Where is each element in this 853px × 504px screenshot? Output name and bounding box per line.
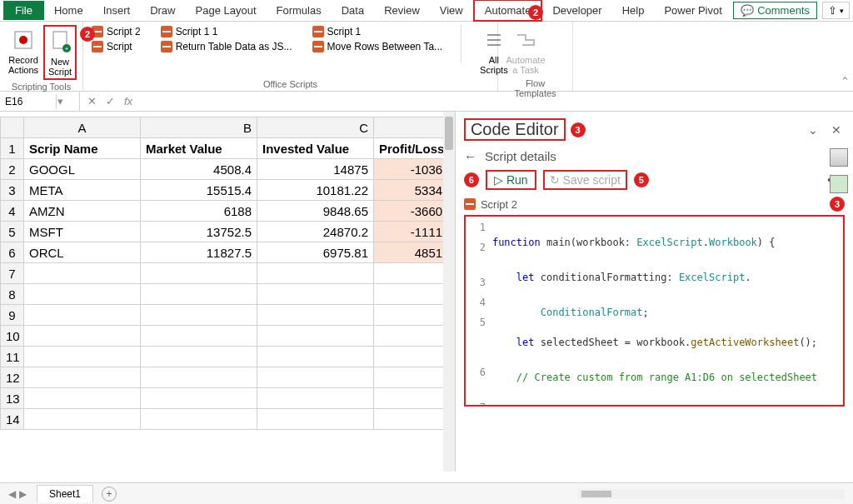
script-item-move-rows[interactable]: Move Rows Between Ta... <box>311 40 445 53</box>
close-icon[interactable]: ✕ <box>828 123 845 137</box>
tab-review[interactable]: Review <box>374 1 430 20</box>
row-header[interactable]: 9 <box>1 305 24 326</box>
row-header[interactable]: 13 <box>1 388 24 409</box>
sheet-prev-icon[interactable]: ◀ <box>8 488 16 500</box>
row-header[interactable]: 5 <box>1 222 24 242</box>
cell[interactable] <box>257 367 374 388</box>
cell[interactable] <box>141 305 257 326</box>
cell[interactable] <box>141 409 257 430</box>
cell[interactable] <box>141 326 257 347</box>
cell[interactable]: 6975.81 <box>257 242 374 263</box>
row-header[interactable]: 14 <box>1 409 24 430</box>
horizontal-scrollbar[interactable] <box>578 489 845 499</box>
row-header[interactable]: 6 <box>1 242 24 263</box>
cell[interactable] <box>257 347 374 367</box>
tab-view[interactable]: View <box>430 1 473 20</box>
scrollbar-thumb[interactable] <box>581 491 611 497</box>
cell[interactable] <box>24 263 141 284</box>
cell[interactable]: 10181.22 <box>257 180 374 201</box>
cell[interactable]: 9848.65 <box>257 201 374 222</box>
cell[interactable] <box>24 409 141 430</box>
cell[interactable] <box>141 388 257 409</box>
cell[interactable] <box>257 409 374 430</box>
fx-icon[interactable]: fx <box>122 95 135 107</box>
script-item-script2[interactable]: Script 2 <box>90 25 142 38</box>
row-header[interactable]: 2 <box>1 159 24 180</box>
select-all-corner[interactable] <box>1 117 24 138</box>
worksheet-grid[interactable]: A B C D 1 Scrip Name Market Value Invest… <box>0 112 456 472</box>
code-editor[interactable]: 12345678910 function main(workbook: Exce… <box>464 215 845 407</box>
cell[interactable] <box>24 326 141 347</box>
name-box[interactable]: E16 <box>0 94 57 109</box>
row-header[interactable]: 3 <box>1 180 24 201</box>
tab-power-pivot[interactable]: Power Pivot <box>654 1 731 20</box>
cell[interactable] <box>141 367 257 388</box>
cell[interactable] <box>257 305 374 326</box>
tab-help[interactable]: Help <box>612 1 655 20</box>
cell[interactable]: 14875 <box>257 159 374 180</box>
row-header[interactable]: 12 <box>1 367 24 388</box>
new-script-button[interactable]: + New Script <box>43 25 77 80</box>
scrollbar-thumb[interactable] <box>445 117 453 150</box>
share-button[interactable]: ⇧ ▾ <box>822 2 850 19</box>
rail-icon-1[interactable] <box>830 148 848 167</box>
row-header[interactable]: 8 <box>1 284 24 305</box>
cell[interactable] <box>24 305 141 326</box>
row-header[interactable]: 4 <box>1 201 24 222</box>
cell[interactable] <box>141 263 257 284</box>
cell[interactable]: META <box>24 180 141 201</box>
sheet-next-icon[interactable]: ▶ <box>19 488 27 500</box>
cell[interactable]: Invested Value <box>257 138 374 159</box>
row-header[interactable]: 7 <box>1 263 24 284</box>
cell[interactable]: MSFT <box>24 222 141 242</box>
tab-page-layout[interactable]: Page Layout <box>186 1 267 20</box>
cell[interactable]: 11827.5 <box>141 242 257 263</box>
code-content[interactable]: function main(workbook: ExcelScript.Work… <box>491 217 843 405</box>
record-actions-button[interactable]: Record Actions <box>7 25 40 77</box>
tab-insert[interactable]: Insert <box>93 1 141 20</box>
comments-button[interactable]: 💬 Comments <box>733 2 817 19</box>
col-header-b[interactable]: B <box>141 117 257 138</box>
back-arrow-icon[interactable]: ← <box>464 149 476 163</box>
row-header[interactable]: 10 <box>1 326 24 347</box>
script-item-return-table[interactable]: Return Table Data as JS... <box>159 40 294 53</box>
col-header-c[interactable]: C <box>257 117 374 138</box>
cell[interactable]: 15515.4 <box>141 180 257 201</box>
cell[interactable]: ORCL <box>24 242 141 263</box>
cell[interactable] <box>141 284 257 305</box>
vertical-scrollbar[interactable] <box>443 112 455 472</box>
tab-data[interactable]: Data <box>332 1 374 20</box>
sheet-tab-sheet1[interactable]: Sheet1 <box>37 485 93 502</box>
ribbon-collapse-icon[interactable]: ⌃ <box>836 75 853 91</box>
cell[interactable] <box>257 284 374 305</box>
add-sheet-button[interactable]: + <box>102 487 117 502</box>
cell[interactable] <box>257 326 374 347</box>
cell[interactable] <box>141 347 257 367</box>
script-item-script11[interactable]: Script 1 1 <box>159 25 294 38</box>
cell[interactable]: 6188 <box>141 201 257 222</box>
col-header-a[interactable]: A <box>24 117 141 138</box>
cell[interactable] <box>24 284 141 305</box>
run-button[interactable]: ▷ Run <box>486 170 536 190</box>
tab-draw[interactable]: Draw <box>140 1 185 20</box>
rail-icon-2[interactable] <box>830 175 848 193</box>
cell[interactable] <box>24 367 141 388</box>
cell[interactable]: Market Value <box>141 138 257 159</box>
tab-file[interactable]: File <box>3 1 44 20</box>
cell[interactable] <box>257 388 374 409</box>
enter-icon[interactable]: ✓ <box>103 95 117 107</box>
cell[interactable]: Scrip Name <box>24 138 141 159</box>
cell[interactable] <box>24 388 141 409</box>
cell[interactable] <box>24 347 141 367</box>
tab-formulas[interactable]: Formulas <box>267 1 332 20</box>
save-script-button[interactable]: ↻ Save script <box>543 170 627 190</box>
row-header[interactable]: 1 <box>1 138 24 159</box>
cell[interactable]: GOOGL <box>24 159 141 180</box>
script-item-script[interactable]: Script <box>90 40 142 53</box>
cell[interactable]: 24870.2 <box>257 222 374 242</box>
tab-home[interactable]: Home <box>44 1 93 20</box>
cell[interactable]: 4508.4 <box>141 159 257 180</box>
cancel-icon[interactable]: ✕ <box>85 95 98 107</box>
cell[interactable] <box>257 263 374 284</box>
tab-developer[interactable]: Developer <box>542 1 611 20</box>
